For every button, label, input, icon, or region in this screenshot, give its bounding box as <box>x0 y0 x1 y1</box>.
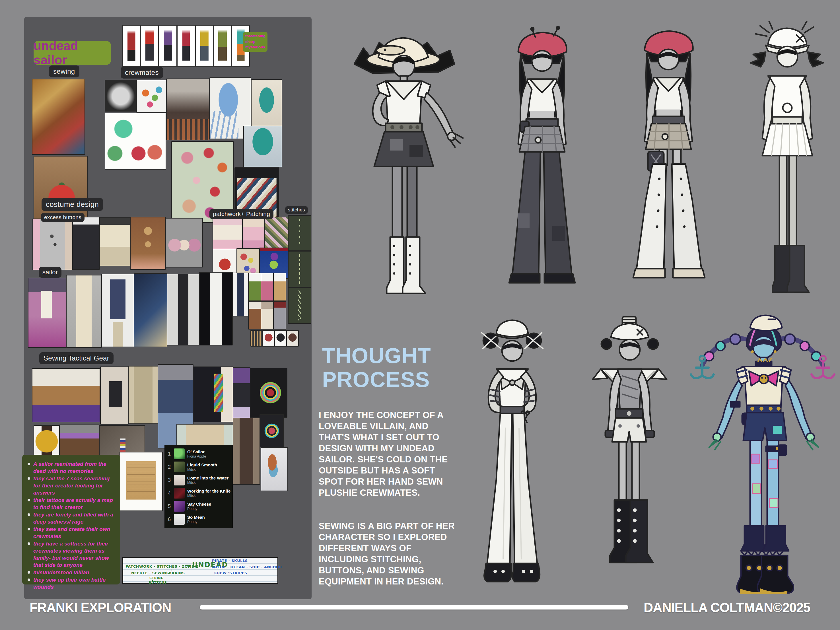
note-bullet: A sailor reanimated from the dead with n… <box>25 460 116 475</box>
photo-striped-vest <box>99 217 131 266</box>
footer-project-title: FRANKI EXPLORATION <box>30 600 171 615</box>
photo-button-dress <box>32 218 73 270</box>
track-number: 2 <box>166 464 172 470</box>
section-label-patchwork: patchwork+ Patching <box>210 209 273 219</box>
photo-pink-patch-top <box>242 217 265 249</box>
label-text: excess buttons <box>44 214 81 221</box>
note-bullet: misunderstood villian <box>25 569 116 576</box>
page-title: undead sailor <box>33 39 111 67</box>
album-art <box>174 448 185 459</box>
photo-stitch-swatch-zigzag <box>288 287 311 324</box>
connector-line <box>172 569 172 571</box>
connector-line <box>152 580 153 582</box>
track-title: So Mean <box>187 515 205 520</box>
section-label-crewmates: crewmates <box>121 66 163 79</box>
inspiration-thumb-green <box>213 25 232 66</box>
note-bullet: they sail the 7 seas searching for their… <box>25 475 116 496</box>
photo-hat-black-beret <box>274 330 287 347</box>
photo-pin-wheel <box>250 368 287 418</box>
album-art <box>174 514 185 525</box>
inspiration-thumb-red-hood <box>141 25 159 66</box>
track-artist: Mitski <box>187 494 231 498</box>
trait-word: mysterious <box>245 44 265 50</box>
section-label-costume-design: costume design <box>41 198 103 211</box>
photo-plush-drawings <box>105 113 166 170</box>
character-sketch-5 <box>455 314 569 598</box>
connector-line <box>153 569 153 571</box>
album-art <box>174 475 185 485</box>
photo-fringed-dressform <box>233 418 260 485</box>
photo-thread-spool-pin <box>261 447 288 491</box>
photo-toolbelt-tan <box>32 368 100 422</box>
footer-divider <box>200 605 628 609</box>
brainstorm-term: BRAINS <box>169 571 185 575</box>
photo-arm-gauntlet <box>233 367 250 420</box>
photo-sailor-dress-antique <box>66 275 102 348</box>
photo-brown-jacket-buttons <box>130 217 166 270</box>
character-sketch-7-final-color <box>683 311 840 600</box>
note-bullet: their tattoos are actually a map to find… <box>25 497 116 511</box>
album-art <box>174 501 185 512</box>
photo-boots-brown <box>248 301 261 330</box>
photo-black-button-shirt <box>73 217 100 270</box>
character-sketch-6 <box>573 314 684 599</box>
trait-word: sharp <box>245 39 265 45</box>
photo-knit-monster <box>105 80 137 112</box>
character-sketch-2 <box>485 25 599 305</box>
photo-sock-monster <box>166 79 210 140</box>
track-number: 1 <box>166 451 172 457</box>
inspiration-thumb-purple <box>159 25 177 66</box>
photo-teal-squid-plush <box>243 126 282 167</box>
title-chip: undead sailor <box>33 41 111 65</box>
note-bullet: they have a softness for their crewmates… <box>25 540 116 568</box>
playlist-track: 1 O' Sailor Fiona Apple <box>166 448 231 460</box>
photo-stitch-swatch-dashed <box>288 251 311 287</box>
photo-white-sailor-suit <box>199 272 233 346</box>
playlist-track: 3 Come into the Water Mitski <box>166 474 231 486</box>
photo-boots-pink <box>261 273 274 301</box>
track-artist: Mitski <box>187 467 217 472</box>
photo-boots-green <box>248 273 261 301</box>
inspiration-thumb-demon <box>122 25 141 66</box>
photo-thread-spools <box>32 79 85 155</box>
photo-boots-cream <box>261 301 274 330</box>
playlist-track: 5 Say Cheese Poppy <box>166 500 231 513</box>
track-artist: Poppy <box>187 507 211 511</box>
character-sketch-4 <box>733 21 840 306</box>
trait-word: threatening <box>245 33 265 39</box>
section-label-stitches: stitches <box>285 206 308 214</box>
label-text: crewmates <box>125 69 159 77</box>
track-number: 6 <box>166 516 172 523</box>
photo-boots-tan <box>273 273 286 301</box>
photo-navy-satin-collar <box>134 273 167 347</box>
playlist-track: 6 So Mean Poppy <box>166 513 231 526</box>
photo-pin-wheel-small <box>259 414 284 447</box>
photo-boots-gray <box>273 301 286 330</box>
inspiration-thumb-yellow <box>195 25 213 66</box>
track-title: Come into the Water <box>187 475 229 481</box>
track-artist: Poppy <box>187 520 205 524</box>
section-label-sewing: sewing <box>49 65 79 77</box>
label-text: Sewing Tactical Gear <box>44 354 109 362</box>
playlist-track: 2 Liquid Smooth Mitski <box>166 461 231 473</box>
traits-note: threatening sharp mysterious <box>243 32 267 52</box>
section-label-sailor: sailor <box>39 267 62 278</box>
photo-plush-group <box>136 80 166 113</box>
label-text: stitches <box>288 207 305 213</box>
photo-hat-brown-beret <box>286 330 299 347</box>
section-label-excess-buttons: excess buttons <box>41 213 85 222</box>
brainstorm-term: CREW 'STRIPES <box>214 571 247 575</box>
track-title: Liquid Smooth <box>187 463 217 467</box>
track-number: 3 <box>166 477 172 483</box>
track-title: Say Cheese <box>187 502 211 507</box>
brainstorm-term: SAILOR - OCEAN - SHIP - ANCHOR <box>210 565 282 569</box>
character-notes-list: A sailor reanimated from the dead with n… <box>25 460 116 591</box>
label-text: sewing <box>53 68 75 76</box>
connector-line <box>152 575 152 577</box>
portfolio-page: undead sailor threatening sharp mysterio… <box>0 0 840 630</box>
brainstorm-term: NEEDLE - SEWING <box>131 571 169 575</box>
photo-stitch-swatch-cross <box>288 215 311 251</box>
label-text: costume design <box>46 200 99 209</box>
footer-credit: DANIELLA COLTMAN©2025 <box>644 600 810 615</box>
label-text: patchwork+ Patching <box>213 210 270 217</box>
